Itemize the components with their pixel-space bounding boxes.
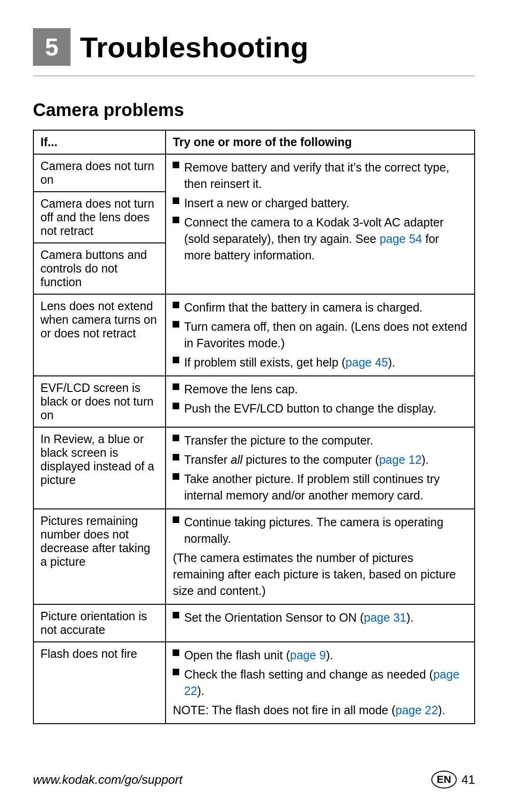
troubleshooting-table: If... Try one or more of the following C… xyxy=(33,130,475,724)
if-cell: Lens does not extend when camera turns o… xyxy=(33,294,166,376)
if-cell: In Review, a blue or black screen is dis… xyxy=(33,427,166,509)
try-cell: Open the flash unit (page 9).Check the f… xyxy=(166,642,475,724)
try-cell: Transfer the picture to the computer.Tra… xyxy=(166,427,475,509)
chapter-number: 5 xyxy=(33,28,71,66)
chapter-title: Troubleshooting xyxy=(80,31,309,64)
try-cell: Set the Orientation Sensor to ON (page 3… xyxy=(166,604,475,642)
if-cell: Camera does not turn on xyxy=(33,154,166,192)
if-cell: Picture orientation is not accurate xyxy=(33,604,166,642)
chapter-header: 5 Troubleshooting xyxy=(33,28,475,77)
table-row: EVF/LCD screen is black or does not turn… xyxy=(33,376,475,427)
try-cell: Confirm that the battery in camera is ch… xyxy=(166,294,475,376)
section-title: Camera problems xyxy=(33,100,475,120)
table-row: In Review, a blue or black screen is dis… xyxy=(33,427,475,509)
if-cell: EVF/LCD screen is black or does not turn… xyxy=(33,376,166,427)
table-row: Flash does not fireOpen the flash unit (… xyxy=(33,642,475,724)
page-number: 41 xyxy=(461,773,475,787)
table-row: Pictures remaining number does not decre… xyxy=(33,509,475,604)
footer-page-number: EN 41 xyxy=(431,771,475,789)
language-badge: EN xyxy=(431,771,457,789)
table-row: Camera does not turn onRemove battery an… xyxy=(33,154,475,192)
table-row: Picture orientation is not accurateSet t… xyxy=(33,604,475,642)
table-row: Lens does not extend when camera turns o… xyxy=(33,294,475,376)
if-cell: Camera buttons and controls do not funct… xyxy=(33,243,166,294)
try-cell: Remove battery and verify that it’s the … xyxy=(166,154,475,294)
footer-url: www.kodak.com/go/support xyxy=(33,773,183,787)
page-footer: www.kodak.com/go/support EN 41 xyxy=(33,771,475,789)
if-cell: Camera does not turn off and the lens do… xyxy=(33,192,166,243)
table-header-try: Try one or more of the following xyxy=(166,130,475,154)
table-header-if: If... xyxy=(33,130,166,154)
if-cell: Pictures remaining number does not decre… xyxy=(33,509,166,604)
if-cell: Flash does not fire xyxy=(33,642,166,724)
try-cell: Continue taking pictures. The camera is … xyxy=(166,509,475,604)
try-cell: Remove the lens cap.Push the EVF/LCD but… xyxy=(166,376,475,427)
